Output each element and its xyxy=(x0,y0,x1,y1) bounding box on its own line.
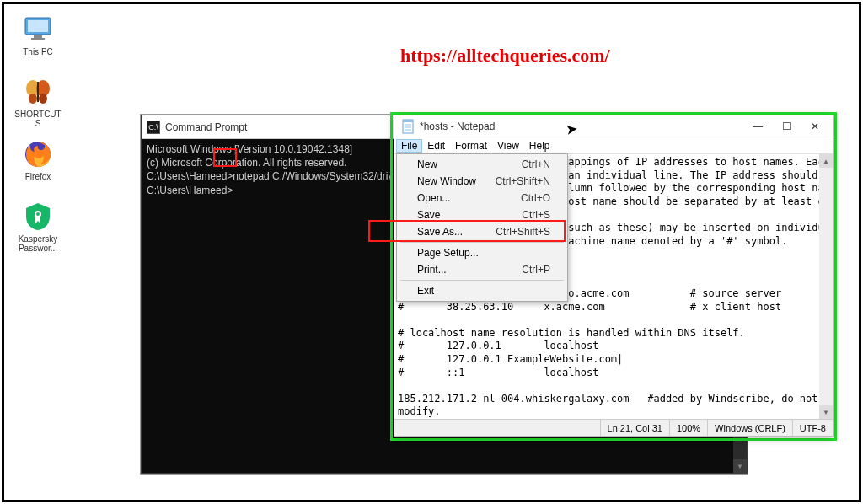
svg-rect-1 xyxy=(28,20,48,32)
menu-item-save-as[interactable]: Save As... Ctrl+Shift+S xyxy=(399,223,566,240)
menu-format[interactable]: Format xyxy=(450,139,492,153)
status-spacer xyxy=(394,420,600,436)
status-encoding: UTF-8 xyxy=(792,420,833,436)
notepad-menubar[interactable]: File Edit Format View Help xyxy=(394,137,833,154)
scroll-down-button[interactable]: ▼ xyxy=(819,405,833,419)
menu-item-label: New Window xyxy=(417,175,476,187)
svg-point-6 xyxy=(29,94,37,104)
notepad-scrollbar[interactable]: ▲ ▼ xyxy=(819,154,833,419)
status-zoom: 100% xyxy=(669,420,707,436)
minimize-button[interactable]: — xyxy=(743,117,772,136)
menu-item-label: Save As... xyxy=(417,226,463,238)
menu-item-shortcut: Ctrl+O xyxy=(521,192,550,204)
menu-item-label: Open... xyxy=(417,192,450,204)
desktop-icon-label: Firefox xyxy=(13,172,63,181)
desktop-icon-this-pc[interactable]: This PC xyxy=(13,14,63,56)
screenshot-frame: This PC SHORTCUTS Firefox Kaspersky Pass… xyxy=(2,2,861,502)
kaspersky-icon xyxy=(23,201,53,232)
notepad-window[interactable]: *hosts - Notepad — ☐ ✕ File Edit Format … xyxy=(394,115,834,437)
menu-item-exit[interactable]: Exit xyxy=(399,282,566,299)
menu-separator xyxy=(400,280,564,281)
svg-rect-3 xyxy=(31,38,45,40)
scroll-down-button[interactable]: ▼ xyxy=(733,459,747,473)
svg-rect-8 xyxy=(37,82,39,102)
menu-item-shortcut: Ctrl+N xyxy=(522,158,550,170)
menu-item-open[interactable]: Open... Ctrl+O xyxy=(399,190,566,206)
menu-file[interactable]: File xyxy=(396,139,422,153)
url-banner: https://alltechqueries.com/ xyxy=(400,45,610,67)
firefox-icon xyxy=(23,139,53,169)
cmd-title: Command Prompt xyxy=(165,121,247,133)
status-eol: Windows (CRLF) xyxy=(707,420,792,436)
file-dropdown[interactable]: New Ctrl+N New Window Ctrl+Shift+N Open.… xyxy=(396,153,568,302)
notepad-titlebar[interactable]: *hosts - Notepad — ☐ ✕ xyxy=(394,115,833,137)
menu-view[interactable]: View xyxy=(492,139,524,153)
menu-item-label: New xyxy=(417,158,437,170)
menu-item-shortcut: Ctrl+Shift+N xyxy=(496,175,550,187)
svg-point-11 xyxy=(36,212,40,216)
status-position: Ln 21, Col 31 xyxy=(600,420,669,436)
menu-item-label: Page Setup... xyxy=(417,247,479,259)
notepad-statusbar: Ln 21, Col 31 100% Windows (CRLF) UTF-8 xyxy=(394,419,833,436)
menu-item-shortcut: Ctrl+Shift+S xyxy=(496,226,550,238)
menu-edit[interactable]: Edit xyxy=(422,139,450,153)
cmd-icon: C:\ xyxy=(147,121,160,134)
notepad-title: *hosts - Notepad xyxy=(420,121,743,132)
butterfly-icon xyxy=(23,77,53,107)
menu-item-label: Save xyxy=(417,209,440,221)
desktop-icon-firefox[interactable]: Firefox xyxy=(13,139,63,181)
highlight-box-username xyxy=(213,148,237,167)
close-button[interactable]: ✕ xyxy=(801,117,829,136)
desktop-icon-label: This PC xyxy=(13,47,63,56)
menu-item-label: Exit xyxy=(417,285,434,297)
menu-item-label: Print... xyxy=(417,264,447,276)
desktop-icon-shortcuts[interactable]: SHORTCUTS xyxy=(13,77,63,128)
menu-item-print[interactable]: Print... Ctrl+P xyxy=(399,261,566,278)
svg-rect-13 xyxy=(403,120,413,122)
desktop-icon-label: SHORTCUTS xyxy=(13,110,63,128)
menu-item-shortcut: Ctrl+S xyxy=(522,209,550,221)
maximize-button[interactable]: ☐ xyxy=(772,117,801,136)
svg-point-7 xyxy=(39,94,47,104)
svg-rect-2 xyxy=(34,35,42,38)
menu-item-new-window[interactable]: New Window Ctrl+Shift+N xyxy=(399,173,566,190)
scroll-up-button[interactable]: ▲ xyxy=(819,154,833,168)
menu-item-page-setup[interactable]: Page Setup... xyxy=(399,244,566,261)
menu-separator xyxy=(400,242,564,243)
menu-item-save[interactable]: Save Ctrl+S xyxy=(399,206,566,223)
desktop-icon-kaspersky[interactable]: Kaspersky Passwor... xyxy=(13,201,63,253)
notepad-icon xyxy=(401,119,416,134)
menu-item-new[interactable]: New Ctrl+N xyxy=(399,156,566,173)
desktop-icon-label: Kaspersky Passwor... xyxy=(13,234,63,253)
monitor-icon xyxy=(23,14,53,45)
menu-item-shortcut: Ctrl+P xyxy=(522,264,550,276)
menu-help[interactable]: Help xyxy=(524,139,555,153)
